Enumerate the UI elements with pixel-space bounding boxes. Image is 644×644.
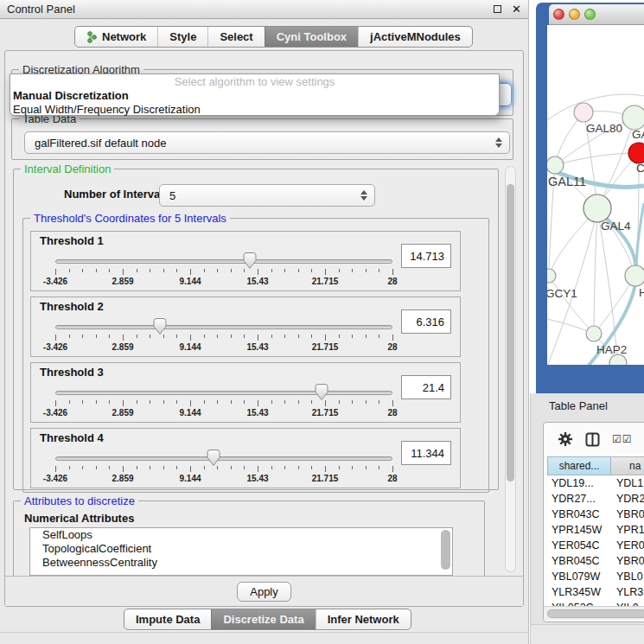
slider-track[interactable]	[55, 456, 392, 461]
dropdown-option-manual-discretization[interactable]: Manual Discretization	[10, 89, 499, 103]
cell-shared-name[interactable]: YBR045C	[547, 553, 611, 569]
threshold-slider[interactable]: -3.4262.8599.14415.4321.71528	[55, 448, 392, 486]
cell-name[interactable]: YDR2	[611, 491, 644, 507]
attribute-item-topologicalcoefficient[interactable]: TopologicalCoefficient	[30, 542, 452, 556]
network-node[interactable]	[586, 326, 602, 341]
table-row[interactable]: YPR145WYPR1	[547, 522, 644, 538]
cell-shared-name[interactable]: YBR043C	[547, 507, 611, 522]
table-data-combobox[interactable]: galFiltered.sif default node	[24, 131, 510, 154]
mac-zoom-icon[interactable]	[584, 9, 596, 20]
cell-shared-name[interactable]: YER054C	[547, 538, 611, 553]
cell-name[interactable]: YDL1	[611, 475, 644, 491]
network-node[interactable]	[625, 265, 644, 286]
network-node[interactable]	[547, 156, 564, 174]
table-row[interactable]: YDL19...YDL1	[547, 475, 644, 491]
tab-label: Infer Network	[328, 609, 399, 629]
slider-track[interactable]	[55, 325, 392, 329]
list-scrollbar-thumb[interactable]	[441, 530, 450, 570]
attribute-items: SelfLoopsTopologicalCoefficientBetweenne…	[30, 528, 452, 570]
tab-network[interactable]: Network	[75, 27, 157, 47]
dropdown-option-equal-width-frequency-discretization[interactable]: Equal Width/Frequency Discretization	[10, 103, 499, 117]
cell-name[interactable]: YBR0	[611, 553, 644, 569]
table-row[interactable]: YBR045CYBR0	[547, 553, 644, 569]
table-panel: Table Panel ☑☑	[530, 393, 644, 644]
gear-icon[interactable]	[558, 431, 573, 447]
slider-thumb[interactable]	[243, 252, 257, 269]
attribute-item-selfloops[interactable]: SelfLoops	[30, 528, 452, 542]
tab-style[interactable]: Style	[157, 27, 207, 47]
column-header-name[interactable]: na	[611, 456, 644, 475]
tick-mark	[69, 335, 70, 338]
tab-label: Discretize Data	[223, 609, 303, 629]
network-node[interactable]	[574, 103, 593, 122]
attribute-item-betweennesscentrality[interactable]: BetweennessCentrality	[30, 556, 452, 570]
tick-mark	[352, 400, 353, 404]
tab-infer-network[interactable]: Infer Network	[316, 609, 411, 629]
cyni-toolbox-panel: Discretization Algorithm Select algorith…	[4, 50, 524, 607]
float-window-icon[interactable]	[494, 5, 501, 13]
tab-jactivemnodules[interactable]: jActiveMNodules	[358, 27, 472, 47]
network-node[interactable]	[622, 105, 644, 130]
tick-mark	[163, 335, 164, 338]
settings-scrollbar[interactable]	[505, 166, 516, 572]
cell-name[interactable]: YPR1	[611, 522, 644, 538]
tab-impute-data[interactable]: Impute Data	[124, 609, 211, 629]
threshold-slider[interactable]: -3.4262.8599.14415.4321.71528	[55, 251, 392, 289]
tick-label: 15.43	[246, 277, 268, 286]
slider-track[interactable]	[55, 391, 392, 395]
settings-scrollbar-thumb[interactable]	[507, 184, 514, 481]
cell-name[interactable]: YER0	[611, 538, 644, 553]
network-canvas[interactable]: GAL80GACGAL11GAL4GCY1HHAP2	[547, 25, 644, 365]
column-header-shared[interactable]: shared...	[547, 456, 611, 475]
mac-minimize-icon[interactable]	[569, 9, 580, 20]
threshold-slider[interactable]: -3.4262.8599.14415.4321.71528	[55, 316, 392, 354]
threshold-value-input[interactable]	[401, 375, 451, 399]
table-hscrollbar[interactable]	[544, 606, 644, 620]
cell-shared-name[interactable]: YLR345W	[547, 584, 611, 600]
tab-label: jActiveMNodules	[370, 27, 461, 47]
threshold-value-input[interactable]	[401, 309, 451, 334]
tick-mark	[82, 335, 83, 338]
tab-select[interactable]: Select	[207, 27, 264, 47]
network-graph: GAL80GACGAL11GAL4GCY1HHAP2	[547, 25, 644, 365]
mac-close-icon[interactable]	[553, 9, 564, 20]
network-node[interactable]	[628, 143, 644, 163]
threshold-value-input[interactable]	[401, 244, 451, 268]
slider-thumb[interactable]	[153, 318, 167, 335]
tab-discretize-data[interactable]: Discretize Data	[211, 609, 315, 629]
cell-shared-name[interactable]: YDL19...	[547, 475, 611, 491]
apply-button[interactable]: Apply	[237, 582, 291, 602]
table-hscrollbar-thumb[interactable]	[547, 609, 644, 618]
table-rows: YDL19...YDL1YDR27...YDR2YBR043CYBR0YPR14…	[547, 475, 644, 615]
network-node-label: H	[639, 286, 644, 299]
table-row[interactable]: YDR27...YDR2	[547, 491, 644, 507]
cell-name[interactable]: YBL0	[611, 569, 644, 584]
threshold-panel-1: Threshold 1-3.4262.8599.14415.4321.71528	[30, 231, 461, 291]
threshold-value-input[interactable]	[401, 441, 451, 465]
cell-name[interactable]: YBR0	[611, 507, 644, 522]
threshold-slider[interactable]: -3.4262.8599.14415.4321.71528	[55, 382, 392, 420]
tick-mark	[258, 466, 258, 472]
node-table: shared... na YDL19...YDL1YDR27...YDR2YBR…	[547, 456, 644, 615]
num-intervals-combobox[interactable]: 5	[159, 184, 375, 207]
cell-shared-name[interactable]: YBL079W	[547, 569, 611, 584]
close-icon[interactable]: ✕	[512, 5, 521, 13]
tick-label: 15.43	[246, 408, 268, 418]
table-row[interactable]: YLR345WYLR3	[547, 584, 644, 600]
tick-mark	[204, 466, 205, 469]
tab-cyni-toolbox[interactable]: Cyni Toolbox	[265, 27, 358, 47]
table-row[interactable]: YBL079WYBL0	[547, 569, 644, 584]
checkbox-icons[interactable]: ☑☑	[612, 433, 633, 445]
columns-icon[interactable]	[585, 432, 600, 447]
slider-track[interactable]	[55, 259, 392, 264]
network-node[interactable]	[583, 194, 611, 222]
table-row[interactable]: YER054CYER0	[547, 538, 644, 553]
slider-thumb[interactable]	[207, 450, 220, 466]
cell-shared-name[interactable]: YPR145W	[547, 522, 611, 538]
network-node[interactable]	[547, 269, 556, 283]
cell-shared-name[interactable]: YDR27...	[547, 491, 611, 507]
slider-thumb[interactable]	[315, 384, 328, 400]
tick-mark	[109, 400, 110, 404]
cell-name[interactable]: YLR3	[611, 584, 644, 600]
table-row[interactable]: YBR043CYBR0	[547, 507, 644, 522]
